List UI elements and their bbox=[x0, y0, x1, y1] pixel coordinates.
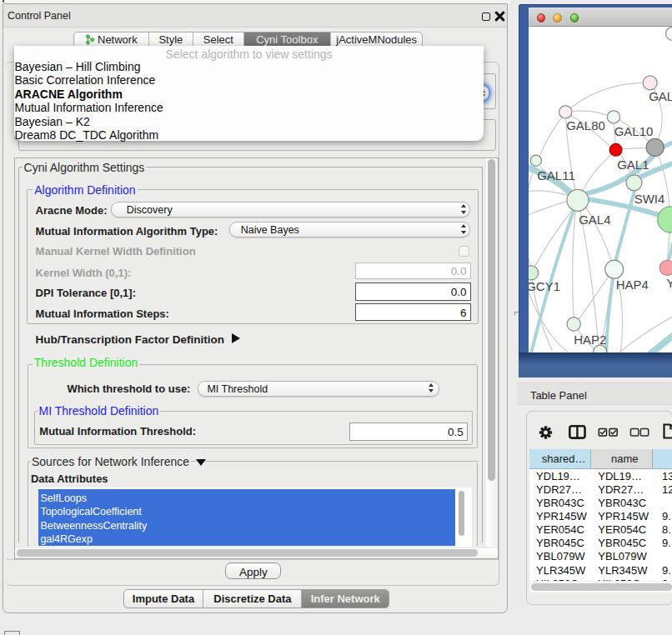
svg-text:GAL10: GAL10 bbox=[614, 123, 653, 138]
svg-text:GAL11: GAL11 bbox=[537, 168, 575, 182]
svg-text:YP: YP bbox=[666, 275, 672, 289]
svg-text:HAP4: HAP4 bbox=[615, 277, 648, 291]
svg-text:GCY1: GCY1 bbox=[529, 279, 560, 293]
svg-text:GAL1: GAL1 bbox=[617, 158, 649, 172]
svg-text:SWI4: SWI4 bbox=[634, 191, 664, 205]
svg-text:GAL80: GAL80 bbox=[566, 118, 605, 132]
svg-text:GAL7: GAL7 bbox=[649, 89, 672, 103]
svg-text:HAP2: HAP2 bbox=[574, 332, 606, 346]
svg-text:GAL4: GAL4 bbox=[579, 212, 610, 226]
